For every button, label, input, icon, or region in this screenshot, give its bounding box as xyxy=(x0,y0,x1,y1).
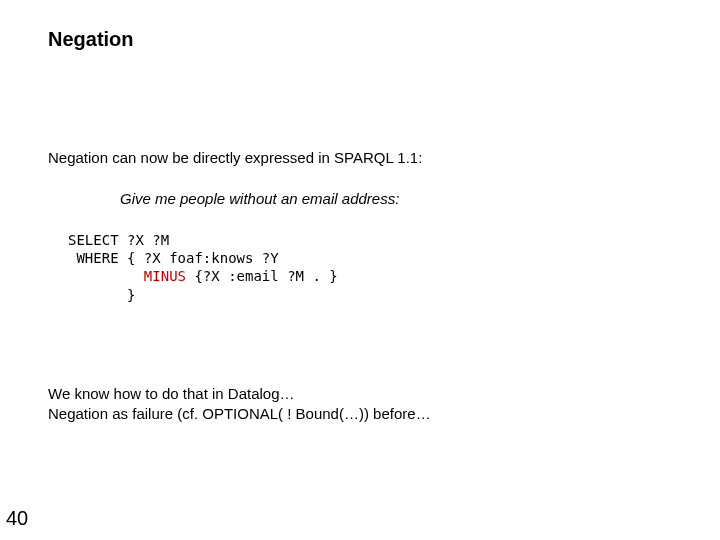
code-keyword-minus: MINUS xyxy=(144,268,186,284)
code-block: SELECT ?X ?M WHERE { ?X foaf:knows ?Y MI… xyxy=(68,231,720,304)
code-line-2: WHERE { ?X foaf:knows ?Y xyxy=(68,250,279,266)
note-line-2: Negation as failure (cf. OPTIONAL( ! Bou… xyxy=(48,404,720,424)
page-number: 40 xyxy=(6,507,28,530)
code-line-3-rest: {?X :email ?M . } xyxy=(186,268,338,284)
slide-title: Negation xyxy=(48,28,720,51)
intro-text: Negation can now be directly expressed i… xyxy=(48,149,720,166)
example-description: Give me people without an email address: xyxy=(120,190,720,207)
code-line-4: } xyxy=(68,287,135,303)
code-line-3-pad xyxy=(68,268,144,284)
notes-block: We know how to do that in Datalog… Negat… xyxy=(48,384,720,425)
code-line-1: SELECT ?X ?M xyxy=(68,232,169,248)
note-line-1: We know how to do that in Datalog… xyxy=(48,384,720,404)
